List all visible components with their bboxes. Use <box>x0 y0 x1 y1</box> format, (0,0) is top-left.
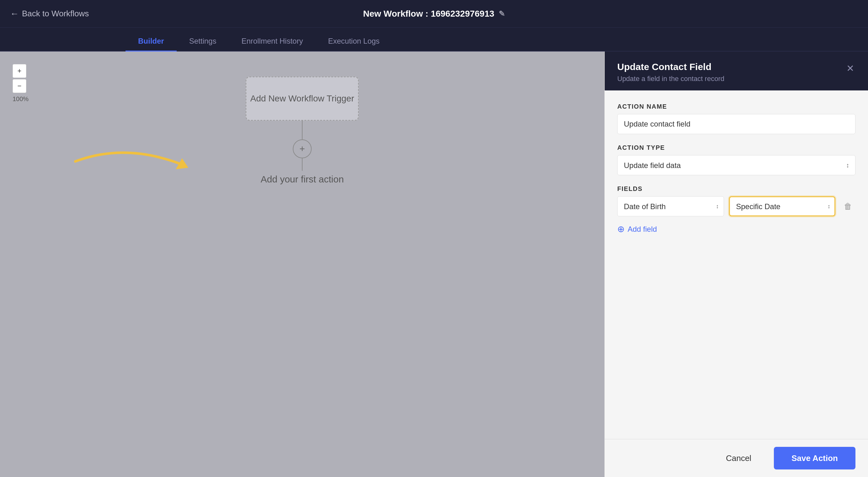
delete-field-button[interactable]: 🗑 <box>840 199 856 214</box>
panel-header: Update Contact Field Update a field in t… <box>605 52 868 90</box>
main-content: + − 100% Add New Workflow Trigger + Add … <box>0 52 868 477</box>
action-type-label: ACTION TYPE <box>617 144 856 151</box>
panel-title: Update Contact Field <box>617 62 724 72</box>
svg-marker-0 <box>176 158 188 169</box>
zoom-in-button[interactable]: + <box>12 64 26 78</box>
zoom-controls: + − 100% <box>12 64 29 103</box>
action-type-select[interactable]: Update field data <box>617 155 856 175</box>
tab-enrollment-history[interactable]: Enrollment History <box>229 32 315 52</box>
specific-date-select[interactable]: Specific Date <box>729 196 836 216</box>
panel-subtitle: Update a field in the contact record <box>617 75 724 83</box>
field-name-wrapper: Date of Birth ↕ <box>617 196 724 216</box>
add-field-label: Add field <box>628 225 657 234</box>
yellow-arrow-annotation <box>63 136 220 199</box>
fields-section: FIELDS Date of Birth ↕ Specific Date <box>617 185 856 237</box>
trigger-node[interactable]: Add New Workflow Trigger <box>246 77 359 121</box>
workflow-title: New Workflow : 1696232976913 ✎ <box>363 9 505 19</box>
cancel-button[interactable]: Cancel <box>711 447 766 470</box>
connector-line-2 <box>302 158 303 171</box>
field-name-select[interactable]: Date of Birth <box>617 196 724 216</box>
workflow-title-text: New Workflow : 1696232976913 <box>363 9 494 19</box>
close-panel-button[interactable]: ✕ <box>845 62 856 75</box>
fields-label: FIELDS <box>617 185 856 192</box>
back-link-label: Back to Workflows <box>22 9 89 19</box>
specific-date-wrapper: Specific Date ↕ <box>729 196 836 216</box>
panel-header-text: Update Contact Field Update a field in t… <box>617 62 724 83</box>
action-type-wrapper: Update field data ↕ <box>617 155 856 175</box>
tab-builder[interactable]: Builder <box>126 32 177 52</box>
right-panel: Update Contact Field Update a field in t… <box>604 52 868 477</box>
save-action-button[interactable]: Save Action <box>774 447 856 470</box>
tabs-bar: Builder Settings Enrollment History Exec… <box>0 28 868 52</box>
action-name-input[interactable] <box>617 114 856 134</box>
back-to-workflows-link[interactable]: ← Back to Workflows <box>10 9 89 19</box>
add-action-plus-icon: + <box>299 144 305 154</box>
tab-settings[interactable]: Settings <box>177 32 229 52</box>
panel-footer: Cancel Save Action <box>605 439 868 477</box>
zoom-in-icon: + <box>18 67 22 75</box>
add-field-button[interactable]: ⊕ Add field <box>617 221 657 237</box>
field-row: Date of Birth ↕ Specific Date ↕ 🗑 <box>617 196 856 216</box>
tab-execution-logs[interactable]: Execution Logs <box>315 32 392 52</box>
connector-line-1 <box>302 121 303 140</box>
zoom-out-icon: − <box>18 82 22 90</box>
panel-body: ACTION NAME ACTION TYPE Update field dat… <box>605 90 868 439</box>
top-nav: ← Back to Workflows New Workflow : 16962… <box>0 0 868 28</box>
zoom-out-button[interactable]: − <box>12 79 26 93</box>
zoom-level-label: 100% <box>12 95 29 103</box>
action-name-label: ACTION NAME <box>617 103 856 110</box>
add-action-circle-button[interactable]: + <box>293 140 312 158</box>
trigger-node-label: Add New Workflow Trigger <box>250 93 354 104</box>
workflow-nodes: Add New Workflow Trigger + Add your firs… <box>246 77 359 185</box>
back-arrow-icon: ← <box>10 9 19 19</box>
first-action-label: Add your first action <box>260 174 344 185</box>
add-field-plus-icon: ⊕ <box>617 224 624 234</box>
delete-icon: 🗑 <box>844 202 852 211</box>
edit-title-icon[interactable]: ✎ <box>499 9 505 18</box>
canvas-area: + − 100% Add New Workflow Trigger + Add … <box>0 52 604 477</box>
